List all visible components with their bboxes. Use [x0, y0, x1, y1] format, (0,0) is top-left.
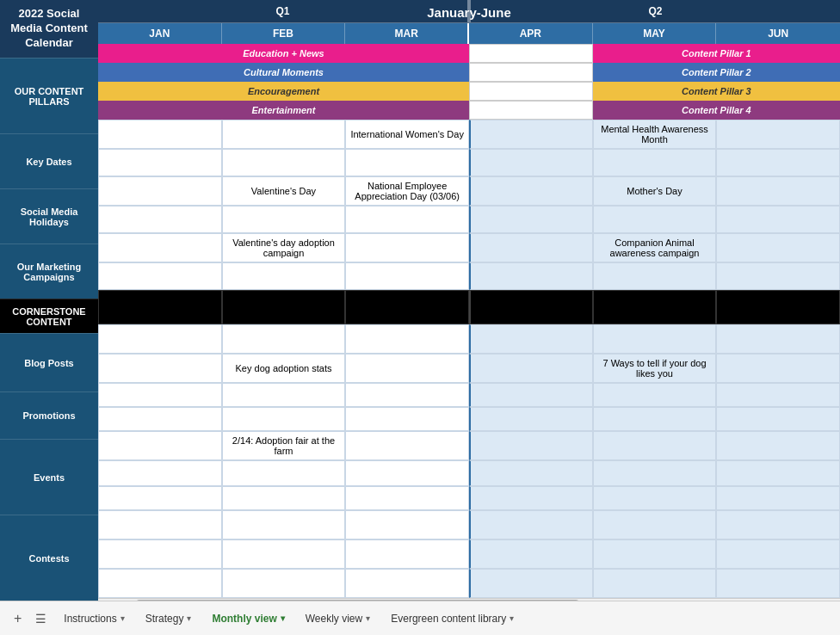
mkt-jun-1: [716, 233, 840, 262]
ev-jan-3: [98, 486, 222, 510]
contests-row-3: [98, 569, 840, 598]
tab-bar: + ☰ Instructions ▾ Strategy ▾ Monthly vi…: [0, 601, 840, 635]
blog-feb-2: Key dog adoption stats: [222, 354, 346, 383]
promo-feb-1: [222, 383, 346, 407]
sh-feb-2: [222, 206, 346, 233]
cs-apr: [469, 290, 593, 324]
scrollbar-area[interactable]: [98, 598, 840, 601]
mkt-mar-1: [345, 233, 469, 262]
kd-jun-1: [716, 120, 840, 149]
kd-feb-1: [222, 120, 346, 149]
pillar4-apr-gap: [469, 101, 593, 120]
month-may: MAY: [593, 23, 717, 44]
ct-apr-3: [469, 569, 593, 598]
kd-jun-2: [716, 149, 840, 176]
cs-feb: [222, 290, 346, 324]
mkt-apr-1: [469, 233, 593, 262]
sh-may-1: Mother's Day: [593, 176, 717, 206]
ev-feb-3: [222, 486, 346, 510]
tab-monthly-view[interactable]: Monthly view ▾: [201, 607, 294, 630]
blog-row-2: Key dog adoption stats 7 Ways to tell if…: [98, 354, 840, 383]
kd-may-2: [593, 149, 717, 176]
ev-mar-1: [345, 431, 469, 460]
ct-may-1: [593, 510, 717, 539]
mkt-may-2: [593, 262, 717, 290]
sh-mar-1: National Employee Appreciation Day (03/0…: [345, 176, 469, 206]
ct-apr-1: [469, 510, 593, 539]
sh-jan-2: [98, 206, 222, 233]
ct-apr-2: [469, 539, 593, 569]
blog-jan-2: [98, 354, 222, 383]
ev-apr-2: [469, 460, 593, 486]
mkt-mar-2: [345, 262, 469, 290]
promo-apr-2: [469, 407, 593, 431]
add-sheet-button[interactable]: +: [7, 611, 28, 626]
cs-may: [593, 290, 717, 324]
pillar2-apr-gap: [469, 63, 593, 82]
q2-period-label: Q2: [469, 0, 840, 22]
scrollbar-thumb[interactable]: [135, 600, 580, 601]
ev-apr-3: [469, 486, 593, 510]
ct-jun-1: [716, 510, 840, 539]
ct-may-2: [593, 539, 717, 569]
tab-instructions[interactable]: Instructions ▾: [53, 607, 134, 630]
ct-mar-3: [345, 569, 469, 598]
ev-jan-2: [98, 460, 222, 486]
kd-feb-2: [222, 149, 346, 176]
ct-feb-1: [222, 510, 346, 539]
blog-jan-1: [98, 324, 222, 354]
cs-jun: [716, 290, 840, 324]
tab-evergreen-chevron: ▾: [510, 613, 514, 623]
blog-jun-2: [716, 354, 840, 383]
ct-mar-2: [345, 539, 469, 569]
marketing-row-2: [98, 262, 840, 290]
sh-jun-1: [716, 176, 840, 206]
ct-jan-1: [98, 510, 222, 539]
month-header-row: JAN FEB MAR APR MAY JUN: [98, 23, 840, 44]
blog-apr-2: [469, 354, 593, 383]
ev-feb-1: 2/14: Adoption fair at the farm: [222, 431, 346, 460]
sidebar-key-dates-label: Key Dates: [0, 133, 98, 188]
sheets-menu-button[interactable]: ☰: [28, 612, 53, 626]
sh-may-2: [593, 206, 717, 233]
month-mar: MAR: [345, 23, 469, 44]
app-container: 2022 Social Media Content Calendar OUR C…: [0, 0, 840, 635]
cs-jan: [98, 290, 222, 324]
promo-mar-1: [345, 383, 469, 407]
grid-wrapper: Q1January-JuneQ2 JAN FEB MAR APR MAY JUN…: [98, 0, 840, 601]
kd-jan-2: [98, 149, 222, 176]
ct-mar-1: [345, 510, 469, 539]
pillar1-apr-gap: [469, 44, 593, 63]
pillar2-q1-label: Cultural Moments: [98, 63, 469, 82]
kd-apr-2: [469, 149, 593, 176]
ev-feb-2: [222, 460, 346, 486]
ct-feb-3: [222, 569, 346, 598]
app-title: 2022 Social Media Content Calendar: [0, 0, 98, 58]
kd-mar-2: [345, 149, 469, 176]
blog-mar-2: [345, 354, 469, 383]
contests-row-2: [98, 539, 840, 569]
calendar-area: 2022 Social Media Content Calendar OUR C…: [0, 0, 840, 601]
contests-row-1: [98, 510, 840, 539]
blog-row-1: [98, 324, 840, 354]
ev-apr-1: [469, 431, 593, 460]
ev-jun-3: [716, 486, 840, 510]
sh-mar-2: [345, 206, 469, 233]
ev-mar-3: [345, 486, 469, 510]
ev-jan-1: [98, 431, 222, 460]
sidebar-promotions-label: Promotions: [0, 391, 98, 439]
sidebar-cornerstone-label: CORNERSTONE CONTENT: [0, 299, 98, 333]
events-row-3: [98, 486, 840, 510]
events-row-2: [98, 460, 840, 486]
month-feb: FEB: [222, 23, 346, 44]
sh-jan-1: [98, 176, 222, 206]
tab-monthly-view-chevron: ▾: [281, 613, 285, 623]
mkt-apr-2: [469, 262, 593, 290]
tab-weekly-view[interactable]: Weekly view ▾: [295, 607, 380, 630]
month-jan: JAN: [98, 23, 222, 44]
sh-jun-2: [716, 206, 840, 233]
tab-strategy[interactable]: Strategy ▾: [135, 607, 202, 630]
blog-apr-1: [469, 324, 593, 354]
tab-evergreen[interactable]: Evergreen content library ▾: [380, 607, 524, 630]
sidebar-contests-label: Contests: [0, 515, 98, 601]
